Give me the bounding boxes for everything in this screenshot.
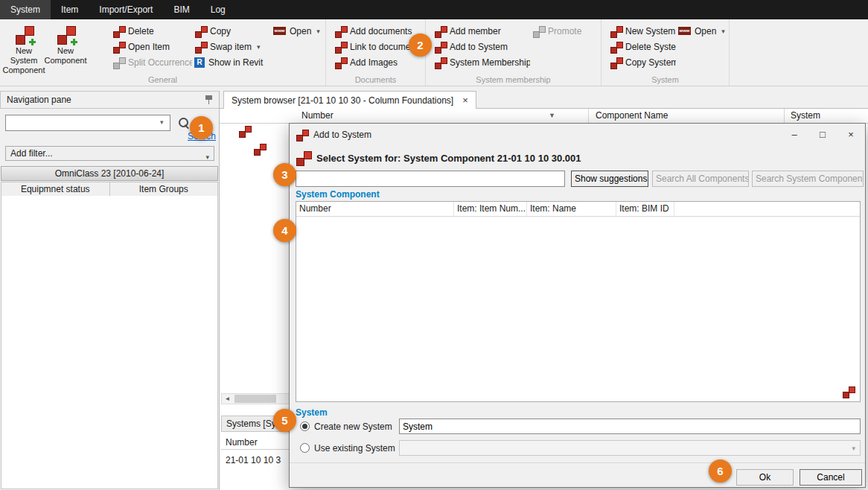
new-system-component-button[interactable]: New System Component: [3, 22, 45, 75]
open-dropdown-button[interactable]: www Open ▾: [271, 23, 322, 39]
button-label: Copy System: [625, 57, 676, 68]
create-new-system-radio[interactable]: [300, 421, 310, 431]
column-header-number[interactable]: Number: [301, 110, 334, 121]
system-search-input[interactable]: [296, 171, 565, 187]
callout-1: 1: [190, 116, 213, 139]
button-label: Add filter...: [10, 148, 53, 159]
tab-item-groups[interactable]: Item Groups: [110, 182, 219, 197]
ribbon-group-system-membership: Add member Add to System System Membersh…: [426, 19, 601, 86]
dialog-title-bar[interactable]: Add to System: [290, 124, 865, 146]
split-occurrence-button[interactable]: Split Occurrence: [110, 54, 192, 70]
chevron-down-icon[interactable]: ▾: [160, 118, 164, 126]
system-section-label: System: [296, 407, 328, 418]
column-divider[interactable]: [588, 109, 589, 124]
callout-5: 5: [273, 409, 296, 432]
add-documents-button[interactable]: Add documents: [332, 23, 424, 39]
component-icon[interactable]: [238, 125, 250, 137]
column-header-item-name[interactable]: Item: Name: [527, 202, 616, 216]
pin-icon[interactable]: [205, 95, 213, 105]
new-system-name-input[interactable]: [399, 419, 861, 434]
open-item-button[interactable]: Open Item: [110, 39, 192, 54]
menu-tab-bim[interactable]: BIM: [163, 0, 200, 19]
column-header-number[interactable]: Number: [296, 202, 454, 216]
add-to-system-button[interactable]: Add to System: [432, 39, 530, 54]
copy-button[interactable]: Copy: [192, 23, 271, 39]
new-system-button[interactable]: New System: [607, 23, 676, 39]
scroll-left-icon[interactable]: ◄: [222, 395, 233, 402]
plus-icon: [29, 39, 36, 45]
search-icon[interactable]: [178, 117, 190, 129]
column-header-item-number[interactable]: Item: Item Num...: [454, 202, 527, 216]
chevron-down-icon: ▾: [205, 150, 209, 164]
add-member-button[interactable]: Add member: [432, 23, 530, 39]
component-icon[interactable]: [842, 386, 854, 398]
column-header-bim-id[interactable]: Item: BIM ID: [616, 202, 674, 216]
dialog-heading: Select System for: System Component 21-0…: [296, 150, 581, 165]
show-in-revit-button[interactable]: R Show in Revit: [192, 54, 271, 70]
revit-icon: R: [194, 57, 205, 68]
omniclass-header[interactable]: OmniClass 23 [2010-06-24]: [1, 166, 218, 181]
delete-icon: [112, 25, 124, 37]
menu-tab-item[interactable]: Item: [51, 0, 89, 19]
chevron-down-icon: ▾: [721, 28, 725, 35]
button-label: Add to System: [450, 42, 508, 52]
delete-system-button[interactable]: Delete System: [607, 39, 676, 54]
nav-list-area[interactable]: [1, 196, 218, 489]
menu-tab-log[interactable]: Log: [200, 0, 236, 19]
chevron-down-icon: ▾: [257, 43, 261, 51]
ok-button[interactable]: Ok: [736, 469, 794, 486]
show-suggestions-button[interactable]: Show suggestions: [571, 171, 648, 187]
tab-equipment-status[interactable]: Equipmnet status: [1, 182, 110, 197]
ribbon-group-label: General: [0, 75, 325, 86]
cancel-button[interactable]: Cancel: [800, 469, 862, 486]
column-divider[interactable]: [784, 109, 785, 124]
button-label: Add documents: [350, 26, 412, 36]
plus-icon: [71, 39, 77, 45]
button-label: Open Item: [128, 42, 170, 52]
component-icon: [296, 150, 310, 165]
menu-tab-import-export[interactable]: Import/Export: [89, 0, 163, 19]
column-header-system[interactable]: System: [791, 110, 820, 121]
ribbon-column: www Open ▾: [271, 22, 322, 75]
swap-item-button[interactable]: Swap item ▾: [192, 39, 271, 54]
search-system-components-button[interactable]: Search System Components: [752, 171, 864, 187]
existing-system-combo[interactable]: ▾: [399, 440, 861, 456]
callout-3: 3: [273, 163, 296, 186]
button-label: Show in Revit: [208, 57, 263, 68]
menu-bar: System Item Import/Export BIM Log: [0, 0, 868, 19]
maximize-icon[interactable]: □: [808, 124, 837, 146]
navigation-pane-title: Navigation pane: [7, 95, 71, 105]
button-label: Copy: [210, 26, 231, 36]
close-icon[interactable]: ×: [837, 124, 865, 146]
delete-button[interactable]: Delete: [110, 23, 192, 39]
create-new-system-label[interactable]: Create new System: [314, 419, 392, 434]
promote-button[interactable]: Promote: [530, 23, 584, 39]
button-label: System Memberships: [450, 57, 530, 68]
ribbon-column: Copy Swap item ▾ R Show in Revit: [192, 22, 271, 75]
add-images-button[interactable]: Add Images: [332, 54, 424, 70]
system-component-table[interactable]: Number Item: Item Num... Item: Name Item…: [296, 201, 861, 402]
button-label: Promote: [548, 26, 581, 36]
new-component-button[interactable]: New Component: [45, 22, 86, 75]
system-memberships-button[interactable]: System Memberships: [432, 54, 530, 70]
add-filter-button[interactable]: Add filter... ▾: [5, 146, 214, 161]
use-existing-system-label[interactable]: Use existing System: [314, 441, 395, 456]
ribbon-group-label: Documents: [326, 75, 425, 86]
scrollbar-thumb[interactable]: [234, 395, 276, 403]
search-all-components-button[interactable]: Search All Components: [652, 171, 749, 187]
nav-search-combo-input[interactable]: [5, 115, 170, 131]
new-component-icon: [56, 25, 75, 44]
ribbon-group-label: System: [601, 75, 729, 86]
table-header-row: Number Item: Item Num... Item: Name Item…: [296, 202, 860, 217]
navigation-pane-header: Navigation pane: [0, 91, 219, 109]
use-existing-system-radio[interactable]: [300, 443, 310, 453]
open-system-dropdown-button[interactable]: www Open ▾: [676, 23, 727, 39]
column-header-component-name[interactable]: Component Name: [596, 110, 668, 121]
copy-system-button[interactable]: Copy System: [607, 54, 676, 70]
tab-system-browser[interactable]: System browser [21-01 10 10 30 - Column …: [223, 91, 476, 109]
open-web-icon: www: [273, 27, 286, 35]
menu-tab-system[interactable]: System: [0, 0, 51, 19]
minimize-icon[interactable]: –: [780, 124, 808, 146]
component-icon[interactable]: [253, 143, 265, 155]
tab-close-icon[interactable]: ×: [462, 95, 468, 105]
